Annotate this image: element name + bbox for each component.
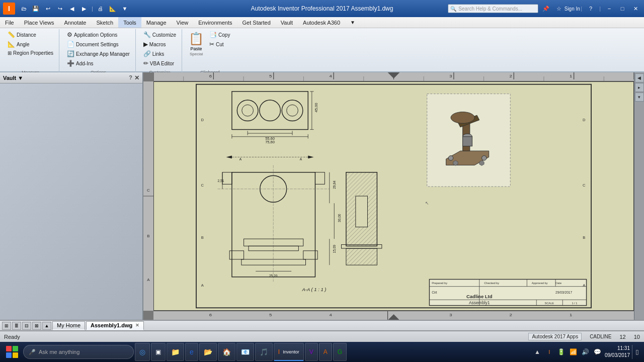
- menu-get-started[interactable]: Get Started: [237, 17, 276, 28]
- svg-text:C: C: [201, 183, 204, 188]
- taskbar-app2[interactable]: V: [305, 343, 318, 361]
- systray-arrow[interactable]: ▲: [532, 345, 542, 359]
- customize-buttons: 🔧 Customize ▶ Macros 🔗 Links ✏ VBA Edito…: [141, 30, 179, 69]
- menu-tools[interactable]: Tools: [118, 17, 141, 28]
- view-tabs-btn4[interactable]: ⊠: [32, 322, 41, 330]
- menu-view[interactable]: View: [172, 17, 194, 28]
- coord-x: 12: [620, 334, 626, 340]
- addins-button[interactable]: ➕ Add-Ins: [64, 59, 132, 68]
- star-button[interactable]: ☆: [553, 3, 565, 14]
- view-tabs-btn1[interactable]: ⊞: [2, 322, 11, 330]
- app-options-button[interactable]: ⚙ Application Options: [64, 30, 132, 39]
- menu-a360[interactable]: Autodesk A360: [298, 17, 345, 28]
- angle-button[interactable]: 📐 Angle: [5, 40, 56, 49]
- paste-button[interactable]: 📋 Paste Special: [187, 30, 205, 58]
- taskbar-search[interactable]: 🎤 Ask me anything: [23, 345, 134, 359]
- taskbar-edge[interactable]: e: [185, 343, 198, 361]
- links-button[interactable]: 🔗 Links: [141, 49, 179, 58]
- taskbar-cortana[interactable]: ◎: [135, 343, 150, 361]
- help-button[interactable]: ?: [585, 3, 596, 14]
- systray-inv[interactable]: I: [544, 345, 554, 359]
- view-tabs-btn3[interactable]: ⊟: [22, 322, 31, 330]
- tab-assembly1[interactable]: Assembly1.dwg ✕: [86, 321, 144, 330]
- view-tabs-btn2[interactable]: ≣: [12, 322, 21, 330]
- tab-assembly1-close[interactable]: ✕: [135, 323, 139, 328]
- systray-network[interactable]: 📶: [569, 345, 579, 359]
- qa-undo-button[interactable]: ↩: [42, 3, 53, 14]
- distance-button[interactable]: 📏 Distance: [5, 30, 56, 39]
- qa-print-button[interactable]: 🖨: [95, 3, 106, 14]
- right-panel-btn3[interactable]: ▾: [635, 93, 644, 102]
- cut-button[interactable]: ✂ Cut: [207, 40, 232, 49]
- tab-my-home[interactable]: My Home: [52, 321, 85, 330]
- maximize-button[interactable]: □: [617, 3, 628, 14]
- qa-open-button[interactable]: 🗁: [18, 3, 29, 14]
- taskbar-inventor[interactable]: I Inventor: [274, 343, 304, 361]
- svg-text:A: A: [300, 157, 302, 161]
- search-icon: 🔍: [450, 6, 456, 12]
- svg-text:75,60: 75,60: [265, 140, 275, 144]
- right-panel-btn2[interactable]: ▸: [635, 83, 644, 92]
- customize-icon: 🔧: [143, 31, 151, 38]
- distance-icon: 📏: [8, 31, 15, 38]
- qa-more-button[interactable]: ▼: [119, 3, 130, 14]
- taskbar-mail[interactable]: 📧: [236, 343, 254, 361]
- status-text: Ready: [4, 334, 20, 340]
- system-clock[interactable]: 11:31 09/03/2017: [605, 345, 630, 359]
- taskbar-app3[interactable]: A: [319, 343, 332, 361]
- qa-back-button[interactable]: ◀: [66, 3, 77, 14]
- autodesk-apps-button[interactable]: Autodesk 2017 Apps: [528, 333, 582, 340]
- qa-redo-button[interactable]: ↪: [54, 3, 65, 14]
- qa-save-button[interactable]: 💾: [30, 3, 41, 14]
- svg-text:6: 6: [209, 73, 212, 78]
- customize-button[interactable]: 🔧 Customize: [141, 30, 179, 39]
- macros-button[interactable]: ▶ Macros: [141, 40, 179, 49]
- vault-help-icon[interactable]: ?: [129, 74, 132, 81]
- pin-button[interactable]: 📌: [540, 3, 551, 14]
- systray-battery[interactable]: 🔋: [556, 345, 567, 359]
- menu-place-views[interactable]: Place Views: [19, 17, 59, 28]
- taskbar-files[interactable]: 📂: [199, 343, 217, 361]
- taskbar-app4[interactable]: G: [333, 343, 347, 361]
- signin-button[interactable]: Sign In: [567, 3, 578, 14]
- menu-manage[interactable]: Manage: [141, 17, 172, 28]
- files-icon: 📂: [204, 348, 212, 356]
- close-button[interactable]: ✕: [630, 3, 641, 14]
- minimize-button[interactable]: −: [604, 3, 615, 14]
- doc-settings-button[interactable]: 📄 Document Settings: [64, 40, 132, 49]
- qa-measure-button[interactable]: 📐: [107, 3, 118, 14]
- taskbar-task-view[interactable]: ▣: [151, 343, 166, 361]
- systray-msg[interactable]: 💬: [593, 345, 603, 359]
- home-icon: 🏠: [222, 348, 231, 356]
- view-tabs-btn5[interactable]: ▲: [42, 322, 51, 330]
- copy-button[interactable]: 📑 Copy: [207, 30, 232, 39]
- taskbar-explorer[interactable]: 📁: [167, 343, 184, 361]
- taskbar-music[interactable]: 🎵: [255, 343, 273, 361]
- region-properties-button[interactable]: ⊞ Region Properties: [5, 49, 56, 57]
- taskbar-home[interactable]: 🏠: [218, 343, 235, 361]
- options-buttons: ⚙ Application Options 📄 Document Setting…: [64, 30, 132, 69]
- drawing-area[interactable]: 6 5 4 3 2 1 D C B A: [143, 72, 644, 320]
- menu-environments[interactable]: Environments: [193, 17, 237, 28]
- svg-text:Checked by: Checked by: [484, 282, 499, 285]
- svg-text:1: 1: [570, 73, 572, 78]
- exchange-button[interactable]: 🔄 Exchange App Manager: [64, 49, 132, 58]
- right-panel-btn1[interactable]: ◀: [635, 73, 644, 82]
- menu-sketch[interactable]: Sketch: [92, 17, 119, 28]
- menu-vault[interactable]: Vault: [276, 17, 298, 28]
- qa-forward-button[interactable]: ▶: [78, 3, 90, 14]
- systray-volume[interactable]: 🔊: [581, 345, 591, 359]
- start-button[interactable]: [2, 343, 22, 361]
- vault-close-button[interactable]: ✕: [134, 74, 139, 81]
- vba-editor-button[interactable]: ✏ VBA Editor: [141, 59, 179, 68]
- ribbon-group-measure: 📏 Distance 📐 Angle ⊞ Region Properties M…: [2, 29, 59, 76]
- cortana-icon: ◎: [139, 348, 145, 356]
- show-desktop-button[interactable]: ▯: [632, 345, 642, 359]
- menu-dropdown[interactable]: ▼: [345, 17, 360, 28]
- quick-access-toolbar: 🗁 💾 ↩ ↪ ◀ ▶ | 🖨 📐 ▼: [18, 3, 130, 14]
- menu-file[interactable]: File: [0, 17, 19, 28]
- menu-annotate[interactable]: Annotate: [59, 17, 91, 28]
- search-box[interactable]: 🔍 Search Help & Commands...: [448, 4, 538, 13]
- taskbar-systray: ▲ I 🔋 📶 🔊 💬 11:31 09/03/2017 ▯: [532, 345, 642, 359]
- measure-buttons: 📏 Distance 📐 Angle ⊞ Region Properties: [5, 30, 56, 69]
